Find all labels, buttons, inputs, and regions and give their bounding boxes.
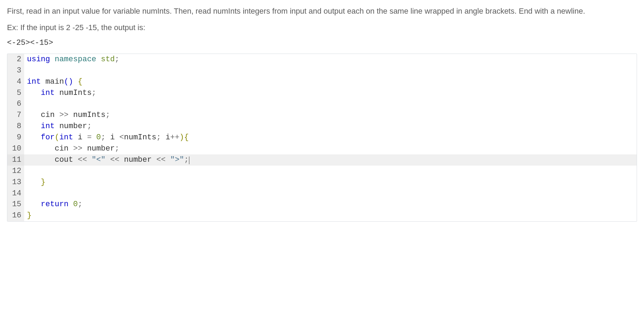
- example-output: <-25><-15>: [7, 39, 637, 47]
- code-content[interactable]: cout << "<" << number << ">";: [24, 154, 637, 166]
- code-content[interactable]: for(int i = 0; i <numInts; i++){: [24, 132, 637, 143]
- code-content[interactable]: int main() {: [24, 76, 637, 88]
- line-number: 9: [7, 132, 24, 143]
- code-line[interactable]: 13 }: [7, 177, 637, 188]
- code-content[interactable]: [24, 98, 637, 110]
- code-line[interactable]: 9 for(int i = 0; i <numInts; i++){: [7, 132, 637, 143]
- line-number: 4: [7, 76, 24, 88]
- line-number: 8: [7, 121, 24, 132]
- code-content[interactable]: [24, 188, 637, 199]
- code-content[interactable]: int number;: [24, 121, 637, 132]
- code-content[interactable]: cin >> numInts;: [24, 110, 637, 121]
- code-line[interactable]: 8 int number;: [7, 121, 637, 132]
- code-content[interactable]: }: [24, 210, 637, 221]
- line-number: 15: [7, 199, 24, 210]
- code-line[interactable]: 6: [7, 98, 637, 110]
- line-number: 5: [7, 88, 24, 99]
- line-number: 13: [7, 177, 24, 188]
- code-line[interactable]: 4int main() {: [7, 76, 637, 88]
- line-number: 14: [7, 188, 24, 199]
- line-number: 2: [7, 54, 24, 65]
- code-line[interactable]: 16}: [7, 210, 637, 221]
- problem-description: First, read in an input value for variab…: [7, 6, 637, 17]
- line-number: 7: [7, 110, 24, 121]
- line-number: 3: [7, 65, 24, 76]
- example-label: Ex: If the input is 2 -25 -15, the outpu…: [7, 23, 637, 32]
- line-number: 11: [7, 154, 24, 166]
- code-line[interactable]: 11 cout << "<" << number << ">";: [7, 154, 637, 166]
- code-line[interactable]: 10 cin >> number;: [7, 143, 637, 154]
- code-content[interactable]: }: [24, 177, 637, 188]
- code-content[interactable]: [24, 166, 637, 177]
- line-number: 12: [7, 166, 24, 177]
- line-number: 10: [7, 143, 24, 154]
- cursor: [189, 156, 189, 164]
- line-number: 6: [7, 98, 24, 110]
- code-content[interactable]: using namespace std;: [24, 54, 637, 65]
- code-line[interactable]: 3: [7, 65, 637, 76]
- code-line[interactable]: 12: [7, 166, 637, 177]
- code-content[interactable]: cin >> number;: [24, 143, 637, 154]
- code-content[interactable]: return 0;: [24, 199, 637, 210]
- page-container: First, read in an input value for variab…: [0, 0, 644, 232]
- code-content[interactable]: int numInts;: [24, 88, 637, 99]
- code-editor[interactable]: 2using namespace std;3 4int main() {5 in…: [7, 54, 637, 222]
- code-line[interactable]: 5 int numInts;: [7, 88, 637, 99]
- code-line[interactable]: 15 return 0;: [7, 199, 637, 210]
- code-line[interactable]: 14: [7, 188, 637, 199]
- line-number: 16: [7, 210, 24, 221]
- code-content[interactable]: [24, 65, 637, 76]
- code-line[interactable]: 2using namespace std;: [7, 54, 637, 65]
- code-line[interactable]: 7 cin >> numInts;: [7, 110, 637, 121]
